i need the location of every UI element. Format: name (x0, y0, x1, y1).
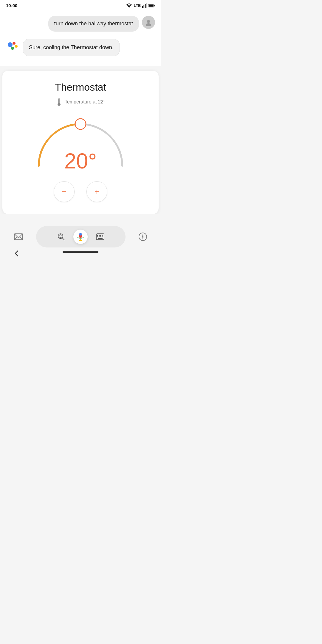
svg-marker-38 (142, 234, 143, 236)
svg-point-11 (15, 45, 18, 48)
outer-nav-row (5, 221, 156, 250)
thermometer-icon (56, 98, 62, 106)
status-bar: 10:00 LTE (0, 0, 161, 10)
keyboard-icon[interactable] (96, 233, 104, 240)
svg-rect-2 (145, 4, 146, 8)
wifi-icon (126, 3, 132, 8)
decrease-temp-button[interactable]: − (54, 181, 75, 202)
svg-line-18 (14, 237, 17, 240)
temp-label-row: Temperature at 22° (10, 98, 151, 106)
temperature-controls: − + (10, 181, 151, 202)
svg-rect-34 (102, 236, 103, 237)
svg-rect-29 (100, 235, 101, 236)
assistant-bubble: Sure, cooling the Thermostat down. (23, 39, 120, 56)
svg-rect-6 (149, 4, 154, 7)
notification-icon[interactable] (14, 233, 23, 241)
svg-rect-3 (146, 3, 147, 8)
thermostat-title: Thermostat (10, 81, 151, 93)
google-assistant-icon (6, 39, 19, 52)
svg-rect-32 (99, 236, 100, 237)
svg-point-9 (8, 42, 13, 47)
svg-point-14 (58, 103, 61, 106)
svg-rect-33 (100, 236, 101, 237)
svg-rect-0 (142, 6, 143, 8)
avatar-icon (145, 18, 152, 26)
svg-point-21 (59, 235, 62, 238)
section-gap (0, 66, 161, 71)
assistant-message-row: Sure, cooling the Thermostat down. (6, 39, 155, 56)
svg-rect-15 (58, 99, 59, 103)
svg-line-22 (62, 238, 64, 240)
svg-rect-24 (79, 233, 82, 236)
svg-rect-35 (98, 238, 103, 239)
chat-area: turn down the hallway thermostat Sure, c… (0, 10, 161, 66)
lte-label: LTE (134, 3, 141, 8)
signal-icon (142, 3, 147, 8)
svg-point-7 (147, 20, 150, 23)
user-bubble: turn down the hallway thermostat (48, 16, 139, 32)
home-indicator[interactable] (63, 251, 98, 253)
increase-temp-button[interactable]: + (86, 181, 107, 202)
microphone-button[interactable] (73, 230, 88, 244)
bottom-input-bar (36, 226, 126, 247)
svg-point-16 (75, 119, 86, 129)
temperature-display: 20° (64, 150, 97, 172)
svg-rect-31 (97, 236, 98, 237)
battery-icon (148, 4, 155, 8)
svg-rect-28 (99, 235, 100, 236)
svg-rect-1 (143, 5, 144, 8)
svg-marker-39 (142, 237, 143, 240)
user-avatar (142, 16, 155, 29)
svg-point-12 (11, 47, 14, 50)
status-icons: LTE (126, 3, 155, 8)
svg-rect-27 (97, 235, 98, 236)
svg-point-10 (13, 42, 16, 45)
svg-rect-5 (154, 5, 155, 6)
temp-label: Temperature at 22° (65, 99, 105, 105)
svg-rect-30 (102, 235, 103, 236)
back-button[interactable] (14, 250, 20, 258)
user-message-row: turn down the hallway thermostat (6, 16, 155, 32)
status-time: 10:00 (6, 3, 17, 8)
svg-point-37 (142, 236, 143, 237)
svg-line-19 (20, 237, 23, 240)
compass-icon[interactable] (138, 232, 147, 241)
bottom-bar-wrap (0, 214, 161, 258)
lens-icon[interactable] (57, 233, 65, 241)
thermostat-card: Thermostat Temperature at 22° 20° − + (2, 71, 159, 214)
thermostat-dial: 20° (30, 112, 131, 172)
svg-point-8 (146, 23, 151, 26)
